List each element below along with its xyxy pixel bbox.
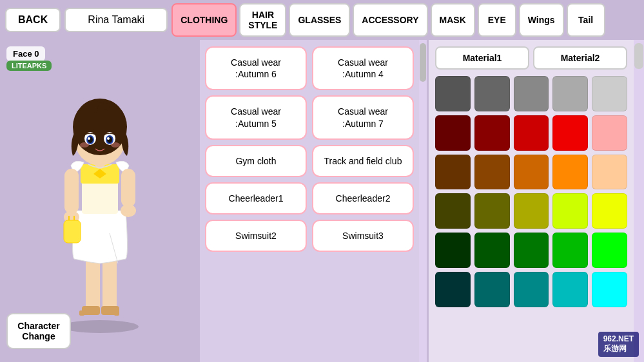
tab-accessory[interactable]: ACCESSORY (353, 3, 427, 37)
color-panel: Material1 Material2 (429, 40, 634, 362)
color-swatch[interactable] (514, 193, 549, 229)
color-swatch[interactable] (435, 193, 471, 229)
color-swatch[interactable] (592, 76, 627, 111)
svg-rect-6 (114, 310, 119, 316)
color-swatch[interactable] (514, 233, 549, 268)
svg-point-28 (107, 137, 110, 140)
svg-rect-4 (79, 310, 84, 316)
color-swatch[interactable] (552, 272, 588, 307)
svg-point-27 (88, 137, 90, 140)
clothing-item[interactable]: Cheerleader2 (312, 182, 414, 214)
color-swatch[interactable] (435, 115, 471, 151)
color-swatch[interactable] (552, 155, 588, 190)
character-figure (35, 69, 164, 333)
clothing-item[interactable]: Cheerleader1 (205, 182, 307, 214)
color-swatch[interactable] (435, 76, 471, 111)
character-area: Face 0 LITEAPKS (0, 40, 200, 362)
clothing-item[interactable]: Casual wear :Autumn 7 (312, 95, 414, 139)
clothing-list: Casual wear :Autumn 6Casual wear :Autumn… (200, 40, 419, 362)
watermark: 962.NET 乐游网 (598, 332, 639, 357)
back-button[interactable]: BACK (5, 8, 61, 32)
clothing-row: Cheerleader1Cheerleader2 (205, 182, 414, 214)
svg-rect-13 (64, 220, 81, 243)
character-change-button[interactable]: Character Change (6, 313, 71, 349)
color-swatch[interactable] (435, 155, 471, 190)
svg-point-17 (121, 204, 136, 217)
color-swatch[interactable] (552, 193, 588, 229)
color-swatch[interactable] (552, 233, 588, 268)
clothing-item[interactable]: Casual wear :Autumn 5 (205, 95, 307, 139)
tab-eye[interactable]: EYE (478, 3, 516, 37)
clothing-item[interactable]: Swimsuit3 (312, 220, 414, 252)
list-scrollbar[interactable] (419, 40, 427, 362)
svg-rect-3 (82, 306, 100, 315)
tab-tail[interactable]: Tail (567, 3, 605, 37)
color-swatch[interactable] (592, 233, 627, 268)
right-scrollbar[interactable] (634, 40, 644, 362)
color-swatch[interactable] (514, 115, 549, 151)
tab-wings[interactable]: Wings (519, 3, 564, 37)
color-swatch[interactable] (474, 115, 510, 151)
clothing-row: Gym clothTrack and field club (205, 145, 414, 177)
character-name: Rina Tamaki (64, 8, 168, 32)
color-swatch[interactable] (592, 272, 627, 307)
color-swatch[interactable] (514, 76, 549, 111)
material1-tab[interactable]: Material1 (435, 46, 529, 70)
color-swatch[interactable] (592, 155, 627, 190)
clothing-item[interactable]: Gym cloth (205, 145, 307, 177)
svg-point-29 (80, 142, 89, 148)
clothing-row: Casual wear :Autumn 6Casual wear :Autumn… (205, 46, 414, 90)
svg-point-30 (111, 142, 120, 148)
clothing-item[interactable]: Casual wear :Autumn 4 (312, 46, 414, 90)
color-swatch[interactable] (435, 272, 471, 307)
clothing-item[interactable]: Swimsuit2 (205, 220, 307, 252)
svg-rect-16 (121, 169, 135, 207)
tab-mask[interactable]: MASK (431, 3, 475, 37)
clothing-row: Casual wear :Autumn 5Casual wear :Autumn… (205, 95, 414, 139)
tab-glasses[interactable]: GLASSES (289, 3, 350, 37)
color-swatch[interactable] (592, 115, 627, 151)
material2-tab[interactable]: Material2 (533, 46, 627, 70)
color-swatch[interactable] (474, 272, 510, 307)
color-swatch[interactable] (514, 155, 549, 190)
color-swatch[interactable] (474, 193, 510, 229)
svg-point-0 (61, 320, 139, 333)
tab-clothing[interactable]: CLOTHING (171, 3, 237, 37)
color-swatch[interactable] (474, 155, 510, 190)
clothing-item[interactable]: Track and field club (312, 145, 414, 177)
color-swatch[interactable] (592, 193, 627, 229)
color-grid (435, 76, 627, 307)
svg-rect-11 (64, 169, 79, 214)
color-swatch[interactable] (552, 115, 588, 151)
material-tabs: Material1 Material2 (435, 46, 627, 70)
tab-hairstyle[interactable]: HAIR STYLE (239, 3, 286, 37)
clothing-item[interactable]: Casual wear :Autumn 6 (205, 46, 307, 90)
color-swatch[interactable] (435, 233, 471, 268)
face-badge: Face 0 (6, 46, 45, 61)
liteapks-badge: LITEAPKS (6, 61, 52, 71)
color-swatch[interactable] (474, 76, 510, 111)
color-swatch[interactable] (552, 76, 588, 111)
clothing-row: Swimsuit2Swimsuit3 (205, 220, 414, 252)
color-swatch[interactable] (474, 233, 510, 268)
color-swatch[interactable] (514, 272, 549, 307)
